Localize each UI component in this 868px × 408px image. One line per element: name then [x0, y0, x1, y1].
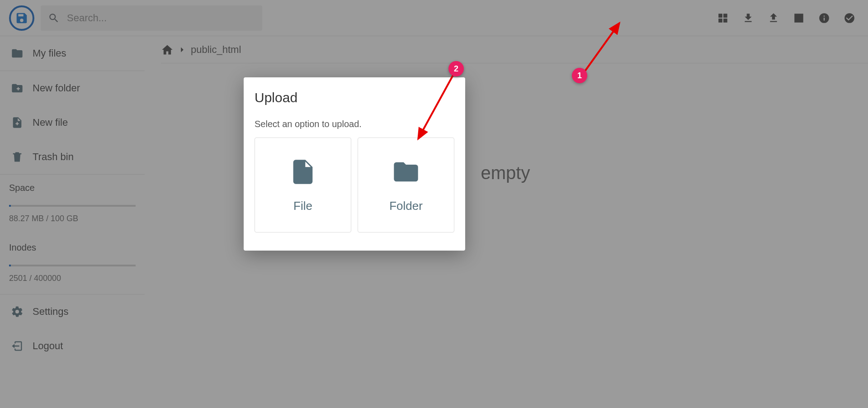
upload-folder-card[interactable]: Folder [358, 138, 454, 232]
dialog-title: Upload [255, 90, 454, 105]
upload-file-label: File [293, 199, 312, 213]
upload-dialog: Upload Select an option to upload. File … [244, 77, 465, 251]
upload-folder-label: Folder [389, 199, 423, 213]
annotation-badge-2: 2 [448, 61, 464, 76]
file-icon [288, 157, 317, 186]
upload-file-card[interactable]: File [255, 138, 351, 232]
dialog-subtitle: Select an option to upload. [255, 119, 454, 129]
folder-icon [392, 157, 420, 186]
annotation-badge-1: 1 [572, 68, 587, 83]
